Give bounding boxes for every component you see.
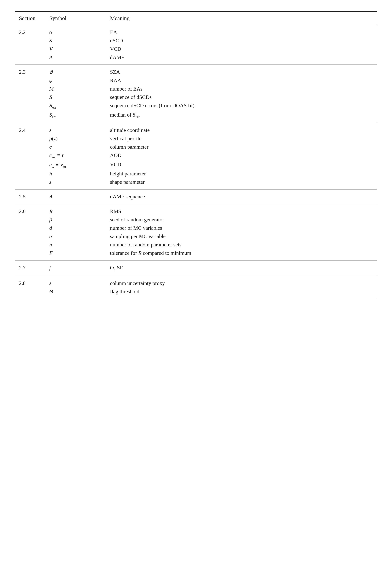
section-number: 2.7 (15, 260, 46, 276)
table-row: sshape parameter (15, 178, 377, 189)
table-row: p(z)vertical profile (15, 134, 377, 143)
table-row: asampling per MC variable (15, 232, 377, 240)
section-number (15, 134, 46, 143)
meaning-cell: altitude coordinate (106, 123, 377, 134)
symbol-cell: ε (46, 276, 106, 287)
meaning-cell: RMS (106, 204, 377, 215)
symbol-cell: F (46, 249, 106, 260)
section-number (15, 240, 46, 249)
section-number: 2.3 (15, 65, 46, 76)
meaning-cell: column uncertainty proxy (106, 276, 377, 287)
symbol-cell: n (46, 240, 106, 249)
section-number (15, 178, 46, 189)
meaning-cell: number of EAs (106, 85, 377, 93)
meaning-cell: vertical profile (106, 134, 377, 143)
table-row: φRAA (15, 76, 377, 85)
meaning-cell: VCD (106, 160, 377, 170)
symbol-cell: R (46, 204, 106, 215)
meaning-cell: SZA (106, 65, 377, 76)
table-row: 2.6RRMS (15, 204, 377, 215)
meaning-cell: column parameter (106, 143, 377, 151)
section-number: 2.2 (15, 25, 46, 37)
meaning-cell: dSCD (106, 37, 377, 45)
meaning-cell: RAA (106, 76, 377, 85)
symbol-cell: S (46, 37, 106, 45)
symbol-cell: V (46, 45, 106, 53)
table-row: ctg ≡ VtgVCD (15, 160, 377, 170)
section-number: 2.6 (15, 204, 46, 215)
section-number (15, 93, 46, 101)
table-row: βseed of random generator (15, 215, 377, 224)
section-number (15, 287, 46, 299)
symbol-cell: α (46, 25, 106, 37)
symbol-cell: a (46, 232, 106, 240)
symbol-cell: Θ (46, 287, 106, 299)
table-row: ccolumn parameter (15, 143, 377, 151)
section-number (15, 111, 46, 123)
table-row: Θflag threshold (15, 287, 377, 299)
table-row: nnumber of random parameter sets (15, 240, 377, 249)
meaning-cell: sequence dSCD errors (from DOAS fit) (106, 101, 377, 111)
section-number (15, 53, 46, 65)
section-number (15, 232, 46, 240)
section-number (15, 215, 46, 224)
table-row: Serrsequence dSCD errors (from DOAS fit) (15, 101, 377, 111)
section-number (15, 151, 46, 160)
table-row: 2.3ϑSZA (15, 65, 377, 76)
table-row: VVCD (15, 45, 377, 53)
table-row: AdAMF (15, 53, 377, 65)
table-bottom-border (15, 299, 377, 299)
section-number (15, 101, 46, 111)
meaning-cell: VCD (106, 45, 377, 53)
section-number: 2.5 (15, 189, 46, 204)
symbol-cell: c (46, 143, 106, 151)
table-row: caer ≡ τAOD (15, 151, 377, 160)
table-row: 2.7fO4 SF (15, 260, 377, 276)
meaning-cell: dAMF sequence (106, 189, 377, 204)
symbol-cell: M (46, 85, 106, 93)
symbol-cell: β (46, 215, 106, 224)
symbol-cell: ctg ≡ Vtg (46, 160, 106, 170)
table-row: Ftolerance for R compared to minimum (15, 249, 377, 260)
header-symbol: Symbol (46, 12, 106, 25)
section-number (15, 160, 46, 170)
section-number (15, 170, 46, 178)
table-row: hheight parameter (15, 170, 377, 178)
symbol-cell: caer ≡ τ (46, 151, 106, 160)
symbol-cell: Serr (46, 101, 106, 111)
section-number: 2.8 (15, 276, 46, 287)
meaning-cell: shape parameter (106, 178, 377, 189)
table-row: 2.5AdAMF sequence (15, 189, 377, 204)
symbol-cell: h (46, 170, 106, 178)
table-row: 2.4zaltitude coordinate (15, 123, 377, 134)
header-meaning: Meaning (106, 12, 377, 25)
meaning-cell: tolerance for R compared to minimum (106, 249, 377, 260)
meaning-cell: number of MC variables (106, 224, 377, 232)
table-row: Serrmedian of Serr (15, 111, 377, 123)
meaning-cell: flag threshold (106, 287, 377, 299)
symbol-cell: p(z) (46, 134, 106, 143)
meaning-cell: number of random parameter sets (106, 240, 377, 249)
meaning-cell: height parameter (106, 170, 377, 178)
symbol-cell: A (46, 189, 106, 204)
meaning-cell: sequence of dSCDs (106, 93, 377, 101)
meaning-cell: sampling per MC variable (106, 232, 377, 240)
symbol-cell: Serr (46, 111, 106, 123)
section-number: 2.4 (15, 123, 46, 134)
table-row: Mnumber of EAs (15, 85, 377, 93)
symbol-cell: d (46, 224, 106, 232)
section-number (15, 143, 46, 151)
section-number (15, 85, 46, 93)
section-number (15, 76, 46, 85)
symbol-cell: A (46, 53, 106, 65)
section-number (15, 249, 46, 260)
header-section: Section (15, 12, 46, 25)
section-number (15, 45, 46, 53)
meaning-cell: median of Serr (106, 111, 377, 123)
table-row: dnumber of MC variables (15, 224, 377, 232)
section-number (15, 37, 46, 45)
table-row: Ssequence of dSCDs (15, 93, 377, 101)
symbol-cell: S (46, 93, 106, 101)
symbol-cell: s (46, 178, 106, 189)
table-row: 2.8εcolumn uncertainty proxy (15, 276, 377, 287)
